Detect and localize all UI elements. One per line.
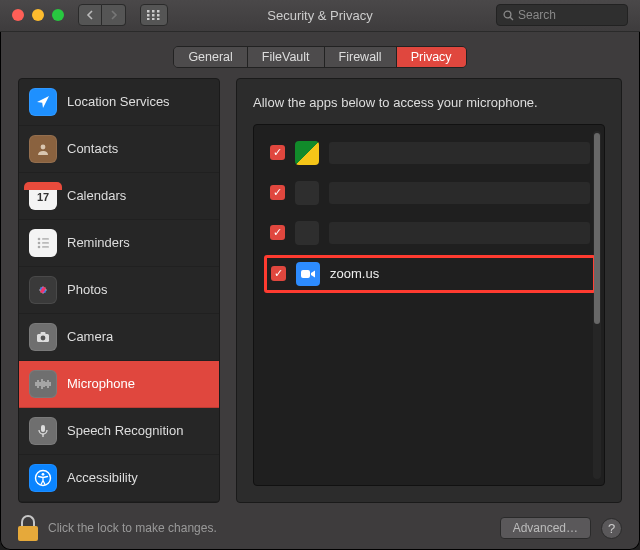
search-icon [503,10,514,21]
app-row[interactable]: ✓ [264,175,596,211]
svg-rect-1 [152,10,155,13]
svg-rect-6 [147,18,150,20]
content-area: Location Services Contacts 17 [0,78,640,513]
app-name: zoom.us [330,266,379,281]
sidebar-item-reminders[interactable]: Reminders [19,220,219,267]
back-button[interactable] [78,4,102,26]
privacy-sidebar: Location Services Contacts 17 [18,78,220,503]
svg-line-10 [510,17,513,20]
app-list[interactable]: ✓ ✓ ✓ ✓ [253,124,605,486]
checkbox[interactable]: ✓ [270,185,285,200]
svg-rect-7 [152,18,155,20]
svg-point-9 [504,11,511,18]
reminders-icon [29,229,57,257]
fullscreen-icon[interactable] [52,9,64,21]
app-name-redacted [329,182,590,204]
sidebar-item-label: Reminders [67,235,130,250]
sidebar-item-location[interactable]: Location Services [19,79,219,126]
svg-point-28 [41,335,46,340]
svg-rect-13 [42,238,49,240]
app-icon [295,221,319,245]
speech-icon [29,417,57,445]
help-button[interactable]: ? [601,518,622,539]
tab-filevault[interactable]: FileVault [248,47,325,67]
minimize-icon[interactable] [32,9,44,21]
sidebar-item-contacts[interactable]: Contacts [19,126,219,173]
sidebar-item-label: Location Services [67,94,170,109]
checkbox[interactable]: ✓ [270,225,285,240]
lock-text: Click the lock to make changes. [48,521,217,535]
checkbox[interactable]: ✓ [271,266,286,281]
window-controls [12,9,64,21]
sidebar-list[interactable]: Location Services Contacts 17 [19,79,219,502]
panel-heading: Allow the apps below to access your micr… [253,95,605,110]
sidebar-item-microphone[interactable]: Microphone [19,361,219,408]
sidebar-item-speech[interactable]: Speech Recognition [19,408,219,455]
svg-rect-15 [42,242,49,244]
tab-general[interactable]: General [174,47,247,67]
tab-privacy[interactable]: Privacy [397,47,466,67]
app-icon [295,141,319,165]
sidebar-item-accessibility[interactable]: Accessibility [19,455,219,502]
svg-rect-8 [157,18,160,20]
svg-rect-0 [147,10,150,13]
svg-rect-4 [152,14,155,17]
sidebar-item-label: Camera [67,329,113,344]
svg-point-16 [38,245,41,248]
svg-rect-37 [41,425,45,432]
main-panel: Allow the apps below to access your micr… [236,78,622,503]
lock-icon[interactable] [18,515,38,541]
svg-rect-3 [147,14,150,17]
footer: Click the lock to make changes. Advanced… [0,513,640,550]
svg-point-12 [38,237,41,240]
svg-rect-2 [157,10,160,13]
app-row[interactable]: ✓ [264,135,596,171]
tab-bar: General FileVault Firewall Privacy [0,32,640,78]
sidebar-item-label: Accessibility [67,470,138,485]
microphone-icon [29,370,57,398]
accessibility-icon [29,464,57,492]
contacts-icon [29,135,57,163]
tab-segmented: General FileVault Firewall Privacy [173,46,466,68]
app-icon [295,181,319,205]
nav-buttons [78,4,126,26]
close-icon[interactable] [12,9,24,21]
svg-rect-17 [42,246,49,248]
zoom-app-icon [296,262,320,286]
svg-rect-41 [301,270,310,278]
advanced-button[interactable]: Advanced… [500,517,591,539]
show-all-button[interactable] [140,4,168,26]
sidebar-item-label: Calendars [67,188,126,203]
camera-icon [29,323,57,351]
svg-rect-27 [41,332,46,335]
svg-point-40 [42,473,45,476]
search-placeholder: Search [518,8,556,22]
svg-rect-5 [157,14,160,17]
sidebar-item-camera[interactable]: Camera [19,314,219,361]
photos-icon [29,276,57,304]
sidebar-item-calendars[interactable]: 17 Calendars [19,173,219,220]
checkbox[interactable]: ✓ [270,145,285,160]
sidebar-item-label: Microphone [67,376,135,391]
location-icon [29,88,57,116]
sidebar-item-label: Speech Recognition [67,423,183,438]
search-input[interactable]: Search [496,4,628,26]
titlebar: Security & Privacy Search [0,0,640,32]
sidebar-item-label: Contacts [67,141,118,156]
forward-button[interactable] [102,4,126,26]
svg-point-11 [41,144,46,149]
app-row-zoom[interactable]: ✓ zoom.us [264,255,596,293]
scrollbar[interactable] [593,131,601,479]
tab-firewall[interactable]: Firewall [325,47,397,67]
preferences-window: Security & Privacy Search General FileVa… [0,0,640,550]
calendar-icon: 17 [29,182,57,210]
sidebar-item-label: Photos [67,282,107,297]
app-name-redacted [329,142,590,164]
app-name-redacted [329,222,590,244]
svg-point-14 [38,241,41,244]
app-row[interactable]: ✓ [264,215,596,251]
sidebar-item-photos[interactable]: Photos [19,267,219,314]
video-icon [300,268,316,280]
